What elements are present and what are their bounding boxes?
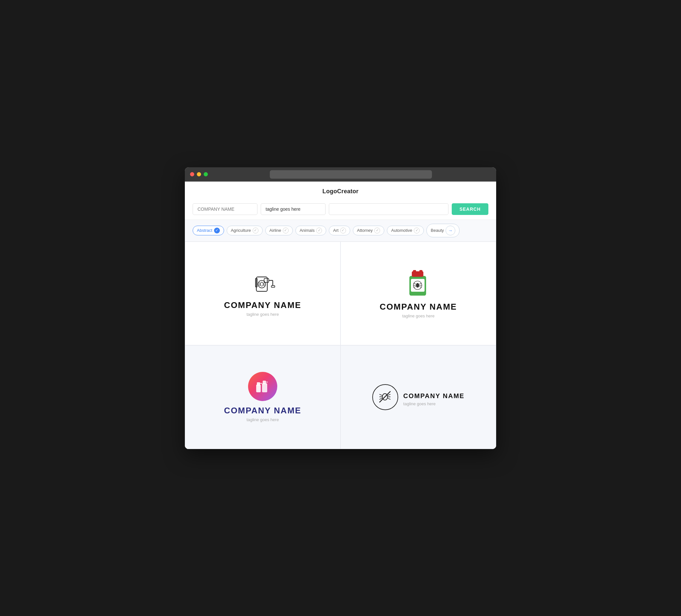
filter-agriculture-check: ✓ [253,228,258,233]
svg-line-13 [263,285,265,286]
svg-rect-5 [272,286,275,287]
app-title-text: LogoCreator [322,188,358,195]
filter-attorney[interactable]: Attorney ✓ [353,226,384,235]
tagline-input[interactable] [261,203,326,215]
maximize-button[interactable] [204,172,208,176]
filter-next-arrow[interactable]: → [446,226,455,235]
no-bug-svg [376,388,394,406]
logo4-text-block: COMPANY NAME tagline goes here [403,388,465,406]
titlebar [185,167,496,182]
svg-point-7 [260,282,263,286]
logo-grid: COMPANY NAME tagline goes here [185,241,496,449]
svg-rect-17 [419,270,422,273]
gradient-circle-icon [248,372,277,401]
close-button[interactable] [190,172,194,176]
filter-attorney-check: ✓ [374,228,380,233]
filter-attorney-label: Attorney [357,228,373,233]
filter-abstract[interactable]: Abstract ✓ [193,226,224,235]
filter-art[interactable]: Art ✓ [329,226,350,235]
bug-circle-icon [372,384,398,410]
logo4-company-name: COMPANY NAME [403,392,465,400]
search-bar: SEARCH [185,199,496,220]
svg-rect-29 [259,383,262,384]
logo2-company-name: COMPANY NAME [380,302,457,312]
app-title: LogoCreator [185,182,496,199]
svg-line-8 [259,282,260,283]
filter-agriculture[interactable]: Agriculture ✓ [227,226,263,235]
logo1-company-name: COMPANY NAME [224,300,301,310]
filter-agriculture-label: Agriculture [231,228,251,233]
filter-beauty[interactable]: Beauty → [426,224,459,237]
svg-line-39 [387,398,390,400]
logo1-tagline: tagline goes here [247,312,279,317]
svg-line-37 [387,394,390,395]
svg-rect-27 [256,385,261,392]
filter-airline-label: Airline [270,228,281,233]
filter-automotive-label: Automotive [391,228,412,233]
logo2-tagline: tagline goes here [402,313,434,318]
sprayer-outline-icon [248,270,277,296]
filter-beauty-label: Beauty [431,228,444,233]
logo3-company-name: COMPANY NAME [224,406,301,416]
filter-abstract-label: Abstract [197,228,212,233]
svg-line-10 [259,285,260,286]
filter-art-label: Art [333,228,338,233]
filter-art-check: ✓ [340,228,346,233]
filter-animals[interactable]: Animals ✓ [296,226,326,235]
sprayer-bottles-svg [254,377,272,395]
svg-rect-28 [257,382,260,385]
filter-animals-label: Animals [300,228,314,233]
company-name-input[interactable] [193,203,257,215]
filter-animals-check: ✓ [316,228,322,233]
filter-airline-check: ✓ [283,228,288,233]
search-button[interactable]: SEARCH [452,203,488,215]
filter-airline[interactable]: Airline ✓ [265,226,293,235]
logo-card-3[interactable]: COMPANY NAME tagline goes here [185,345,340,449]
logo-card-1[interactable]: COMPANY NAME tagline goes here [185,241,340,345]
logo-card-4[interactable]: COMPANY NAME tagline goes here [340,345,496,449]
filter-automotive[interactable]: Automotive ✓ [387,226,424,235]
logo3-tagline: tagline goes here [247,417,279,422]
app-window: LogoCreator SEARCH Abstract ✓ Agricultur… [185,167,496,449]
svg-rect-16 [413,270,416,273]
minimize-button[interactable] [197,172,201,176]
svg-rect-32 [265,382,268,383]
app-content: LogoCreator SEARCH Abstract ✓ Agricultur… [185,182,496,449]
svg-line-36 [379,398,382,400]
logo-card-2[interactable]: COMPANY NAME tagline goes here [340,241,496,345]
svg-line-11 [263,282,265,283]
logo4-tagline: tagline goes here [403,401,465,406]
logo4-inline-container: COMPANY NAME tagline goes here [372,384,465,410]
filter-automotive-check: ✓ [414,228,420,233]
filter-abstract-check: ✓ [214,228,220,233]
svg-point-20 [416,283,419,288]
keyword-input[interactable] [329,203,449,215]
url-bar[interactable] [270,170,432,179]
green-canister-icon [406,268,431,297]
svg-line-34 [379,394,382,395]
svg-rect-30 [262,383,267,392]
filter-bar: Abstract ✓ Agriculture ✓ Airline ✓ Anima… [185,220,496,241]
